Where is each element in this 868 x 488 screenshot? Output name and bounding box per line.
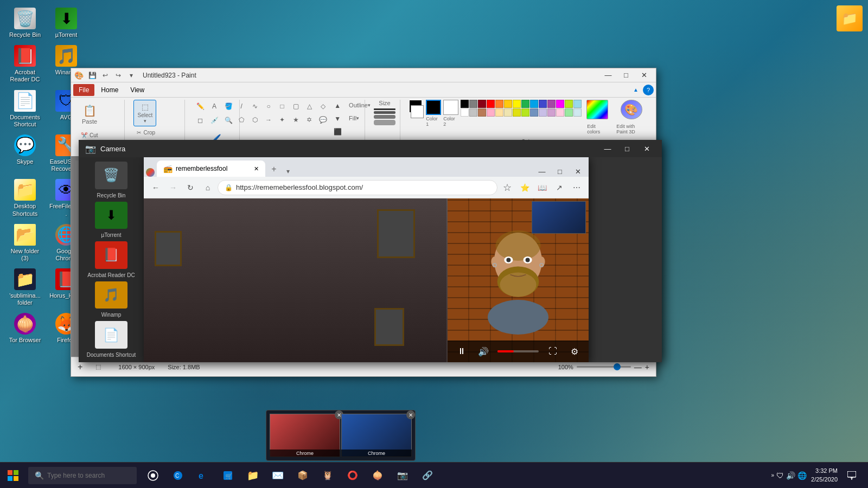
chrome-close-btn[interactable]: ✕ [569, 166, 586, 177]
swatch-red[interactable] [487, 100, 495, 108]
oval-shape[interactable]: ○ [262, 100, 275, 113]
desktop-icon-new-folder[interactable]: 📂 New folder (3) [5, 222, 44, 264]
cam-utorrent[interactable]: ⬇ [95, 202, 127, 229]
chrome-active-tab[interactable]: 📻 rememberlessfool ✕ [157, 160, 265, 177]
swatch-steelblue[interactable] [530, 108, 538, 117]
paint-help-btn[interactable]: ? [643, 85, 654, 95]
cam-acrobat[interactable]: 📕 [95, 241, 127, 269]
swatch-lightblue[interactable] [573, 100, 582, 108]
taskbar-opera-btn[interactable]: ⭕ [341, 464, 365, 487]
swatch-limegreen[interactable] [565, 100, 573, 108]
swatch-blue[interactable] [539, 100, 547, 108]
paste-btn[interactable]: 📋 Paste [78, 100, 101, 129]
swatch-green[interactable] [521, 100, 529, 108]
color1-swatch[interactable] [426, 100, 441, 115]
cut-btn[interactable]: ✂️ Cut [78, 130, 105, 140]
swatch-black[interactable] [461, 100, 469, 108]
swatch-brown[interactable] [478, 108, 486, 117]
taskbar-task-view-btn[interactable] [141, 464, 165, 487]
chrome-refresh-btn[interactable]: ↻ [183, 180, 198, 195]
search-input[interactable] [47, 472, 130, 479]
camera-minimize-btn[interactable]: — [599, 143, 616, 154]
picker-tool[interactable]: 💉 [208, 114, 221, 127]
chrome-back-btn[interactable]: ← [148, 180, 163, 195]
paint-minimize-btn[interactable]: — [599, 70, 617, 81]
swatch-lightgray[interactable] [469, 108, 477, 117]
crop-btn[interactable]: ✂ Crop [133, 127, 167, 138]
video-settings-btn[interactable]: ⚙ [567, 344, 582, 359]
star5-shape[interactable]: ★ [289, 113, 302, 126]
thumbnail-1[interactable]: Chrome ✕ [270, 414, 340, 457]
swatch-orange[interactable] [495, 100, 503, 108]
zoom-plus-btn[interactable]: + [645, 363, 649, 371]
swatch-lightpink[interactable] [556, 108, 564, 117]
taskbar-tor-btn[interactable]: 🧅 [366, 464, 390, 487]
cam-recycle-bin[interactable]: 🗑️ [95, 162, 127, 189]
thumbnail-2[interactable]: Chrome ✕ [341, 414, 412, 457]
chrome-minimize-btn[interactable]: — [533, 166, 551, 177]
action-center-btn[interactable] [840, 464, 864, 487]
shapes-expand[interactable]: ⬛ [331, 126, 343, 138]
taskbar-edge-btn[interactable]: e [191, 464, 215, 487]
zoom-handle[interactable] [614, 363, 621, 370]
chrome-new-tab-btn[interactable]: + [266, 162, 282, 177]
arrow-shape[interactable]: → [262, 113, 275, 126]
fill-tool[interactable]: 🪣 [222, 100, 235, 113]
chrome-home-btn[interactable]: ⌂ [200, 180, 215, 195]
rounded-rect-shape[interactable]: ▢ [289, 100, 302, 113]
swatch-cyan[interactable] [530, 100, 538, 108]
taskbar-explorer-btn[interactable]: 📁 [241, 464, 265, 487]
show-hidden-icons-btn[interactable]: » [771, 472, 775, 478]
paint-maximize-btn[interactable]: □ [617, 70, 635, 81]
line-shape[interactable]: / [235, 100, 248, 113]
desktop-icon-sublimina[interactable]: 📁 'sublimina... folder [5, 266, 44, 309]
curve-shape[interactable]: ∿ [248, 100, 261, 113]
desktop-icon-desktop-shortcuts[interactable]: 📁 Desktop Shortcuts [5, 177, 44, 219]
swatch-yellow[interactable] [513, 100, 521, 108]
size-1-btn[interactable] [374, 108, 395, 110]
swatch-mauve[interactable] [547, 108, 556, 117]
size-2-btn[interactable] [374, 111, 395, 114]
desktop-icon-skype[interactable]: 💬 Skype [5, 132, 44, 175]
swatch-peach[interactable] [495, 108, 503, 117]
chrome-share-btn[interactable]: ↗ [552, 180, 567, 195]
swatch-purple[interactable] [547, 100, 556, 108]
taskbar-clock[interactable]: 3:32 PM 2/25/2020 [811, 467, 838, 484]
paint-view-menu[interactable]: View [125, 84, 150, 96]
desktop-icon-tor[interactable]: 🧅 Tor Browser [5, 311, 44, 346]
cam-winamp[interactable]: 🎵 [95, 281, 127, 309]
chrome-address-bar[interactable]: 🔒 https://rememeberlessfool.blogspot.com… [218, 180, 497, 195]
swatch-lightgreen[interactable] [565, 108, 573, 117]
eraser-tool[interactable]: ◻ [194, 114, 207, 127]
chrome-read-btn[interactable]: 📖 [534, 180, 550, 195]
qa-undo-btn[interactable]: ↩ [99, 69, 111, 81]
qa-dropdown-btn[interactable]: ▾ [125, 69, 137, 81]
triangle-shape[interactable]: △ [303, 100, 316, 113]
desktop-icon-acrobat[interactable]: 📕 Acrobat Reader DC [5, 43, 44, 85]
paint-file-menu[interactable]: File [73, 84, 94, 96]
swatch-magenta[interactable] [556, 100, 564, 108]
chrome-tab-close[interactable]: ✕ [254, 165, 259, 172]
swatch-lime[interactable] [521, 108, 529, 117]
taskbar-mail-btn[interactable]: ✉️ [266, 464, 290, 487]
select-btn[interactable]: ⬚ Select ▾ [133, 100, 156, 126]
shapes-scroll-up[interactable]: ▲ [331, 100, 343, 112]
color-spectrum[interactable] [586, 100, 608, 119]
color2-swatch[interactable] [443, 100, 458, 115]
background-color[interactable] [411, 105, 424, 118]
magnifier-tool[interactable]: 🔍 [222, 114, 235, 127]
rect-shape[interactable]: □ [276, 100, 289, 113]
camera-maximize-btn[interactable]: □ [618, 143, 636, 154]
zoom-slider[interactable] [577, 366, 631, 368]
zoom-minus-btn[interactable]: — [634, 363, 642, 371]
size-3-btn[interactable] [374, 115, 395, 119]
swatch-white[interactable] [461, 108, 469, 117]
swatch-yellow2[interactable] [504, 100, 512, 108]
taskbar-tripadvisor-btn[interactable]: 🦉 [316, 464, 340, 487]
video-progress-bar[interactable] [497, 350, 539, 352]
taskbar-amazon-btn[interactable]: 📦 [291, 464, 315, 487]
shapes-scroll-down[interactable]: ▼ [331, 113, 343, 125]
camera-close-btn[interactable]: ✕ [638, 143, 655, 154]
swatch-olive[interactable] [513, 108, 521, 117]
swatch-ice[interactable] [573, 108, 582, 117]
